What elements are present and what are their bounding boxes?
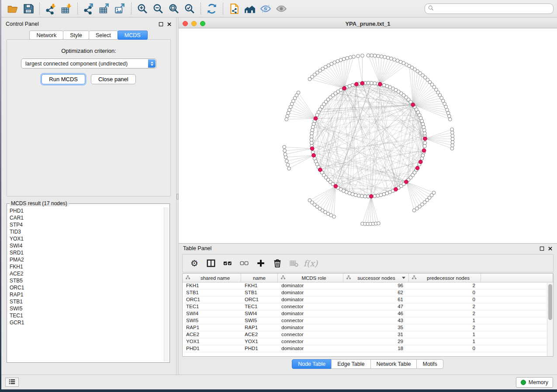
table-cell[interactable]: ACE2 [241, 331, 278, 338]
close-panel-icon[interactable] [167, 22, 172, 27]
table-cell[interactable]: YOX1 [241, 338, 278, 345]
mcds-result-item[interactable]: STB5 [8, 277, 163, 284]
column-header-shared-name[interactable]: shared name [183, 274, 241, 282]
graph-node[interactable] [451, 134, 454, 138]
graph-node[interactable] [356, 55, 360, 58]
graph-node[interactable] [447, 114, 451, 118]
table-cell[interactable]: 96 [343, 282, 409, 289]
mcds-hub-node[interactable] [310, 147, 314, 151]
hide-graphics-details-icon[interactable] [258, 2, 273, 16]
graph-node[interactable] [346, 56, 349, 60]
mcds-hub-node[interactable] [318, 168, 322, 172]
table-row[interactable]: TEC1TEC1connector472 [183, 303, 553, 310]
table-cell[interactable]: 1 [409, 331, 481, 338]
table-cell[interactable]: FKH1 [183, 282, 241, 289]
mcds-hub-node[interactable] [405, 180, 408, 184]
graph-node[interactable] [450, 131, 454, 134]
graph-node[interactable] [283, 149, 287, 152]
mcds-hub-node[interactable] [422, 148, 426, 152]
mcds-hub-node[interactable] [411, 103, 415, 107]
table-cell[interactable]: 35 [343, 324, 409, 331]
graph-node[interactable] [383, 55, 387, 59]
table-cell[interactable]: SWI5 [183, 317, 241, 324]
table-cell[interactable]: 62 [343, 289, 409, 296]
table-row[interactable]: ORC1ORC1dominator610 [183, 296, 553, 303]
add-column-icon[interactable] [253, 257, 268, 270]
task-history-button[interactable] [5, 378, 19, 387]
graph-node[interactable] [393, 58, 396, 62]
table-cell[interactable]: connector [278, 338, 343, 345]
delete-columns-icon[interactable] [270, 257, 285, 270]
graph-node[interactable] [310, 141, 313, 144]
graph-node[interactable] [380, 55, 383, 58]
criterion-select[interactable]: largest connected component (undirected) [21, 58, 156, 69]
graph-node[interactable] [310, 131, 314, 135]
mcds-hub-node[interactable] [419, 160, 422, 164]
graph-node[interactable] [283, 145, 286, 149]
table-cell[interactable]: STB1 [241, 289, 278, 296]
tab-select[interactable]: Select [89, 31, 118, 40]
table-scrollbar[interactable] [547, 283, 553, 356]
table-cell[interactable]: connector [278, 317, 343, 324]
graph-node[interactable] [310, 135, 313, 138]
column-header-name[interactable]: name [241, 274, 278, 282]
network-from-document-icon[interactable] [226, 2, 242, 16]
show-columns-icon[interactable] [204, 257, 218, 270]
mcds-hub-node[interactable] [360, 81, 364, 85]
graph-node[interactable] [451, 141, 454, 144]
table-cell[interactable]: 18 [343, 345, 409, 352]
graph-node[interactable] [450, 128, 454, 131]
table-cell[interactable]: connector [278, 303, 343, 310]
graph-node[interactable] [386, 56, 390, 59]
mcds-result-item[interactable]: YOX1 [8, 235, 163, 242]
home-networks-icon[interactable] [242, 2, 258, 16]
table-cell[interactable]: ACE2 [183, 331, 241, 338]
tab-network-table[interactable]: Network Table [370, 359, 417, 369]
tab-style[interactable]: Style [63, 31, 89, 40]
select-all-rows-icon[interactable] [220, 257, 235, 270]
table-cell[interactable]: SWI4 [183, 310, 241, 317]
graph-node[interactable] [339, 58, 343, 62]
mcds-result-item[interactable]: ORC1 [8, 284, 163, 291]
float-panel-icon[interactable] [159, 22, 163, 27]
graph-node[interactable] [361, 54, 364, 58]
table-cell[interactable]: 1 [409, 338, 481, 345]
table-cell[interactable]: SWI4 [241, 310, 278, 317]
graph-node[interactable] [432, 191, 436, 195]
network-titlebar[interactable]: YPA_prune.txt_1 [179, 19, 557, 28]
mcds-hub-node[interactable] [415, 166, 419, 170]
close-panel-button[interactable]: Close panel [91, 74, 136, 84]
table-cell[interactable]: 29 [343, 338, 409, 345]
graph-node[interactable] [382, 83, 386, 87]
table-cell[interactable]: 0 [409, 345, 481, 352]
table-cell[interactable]: dominator [278, 310, 343, 317]
table-cell[interactable]: PHD1 [183, 345, 241, 352]
table-scrollbar-thumb[interactable] [548, 284, 552, 320]
graph-node[interactable] [308, 77, 311, 81]
graph-node[interactable] [408, 64, 411, 68]
export-image-icon[interactable] [112, 2, 128, 16]
mcds-list-scrollbar[interactable] [164, 207, 169, 361]
table-row[interactable]: ACE2ACE2connector311 [183, 331, 553, 338]
network-canvas[interactable] [179, 28, 557, 243]
graph-node[interactable] [286, 163, 290, 167]
tab-edge-table[interactable]: Edge Table [331, 359, 370, 369]
table-cell[interactable]: 43 [343, 317, 409, 324]
table-cell[interactable]: 2 [409, 303, 481, 310]
table-row[interactable]: RAP1RAP1dominator352 [183, 324, 553, 331]
table-cell[interactable]: 2 [409, 282, 481, 289]
table-settings-icon[interactable]: ⚙ [187, 257, 202, 270]
mcds-hub-node[interactable] [355, 82, 359, 86]
graph-node[interactable] [450, 147, 454, 150]
close-panel-icon[interactable] [548, 246, 553, 251]
table-cell[interactable]: SWI5 [241, 317, 278, 324]
float-panel-icon[interactable] [540, 246, 544, 251]
graph-node[interactable] [285, 117, 288, 121]
table-cell[interactable]: ORC1 [241, 296, 278, 303]
mcds-result-item[interactable]: CAR1 [8, 214, 163, 221]
mcds-hub-node[interactable] [334, 184, 338, 188]
graph-node[interactable] [377, 54, 380, 58]
show-graphics-details-icon[interactable] [273, 2, 289, 16]
table-cell[interactable]: TEC1 [183, 303, 241, 310]
table-cell[interactable]: PHD1 [241, 345, 278, 352]
